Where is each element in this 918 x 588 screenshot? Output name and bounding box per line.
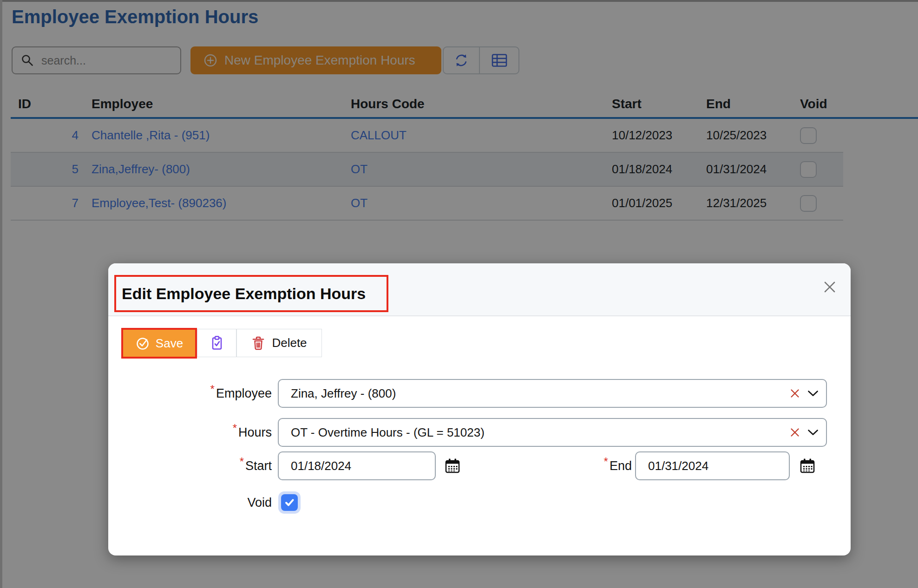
employee-field-label: * Employee [108,379,272,408]
edit-employee-exemption-hours-dialog: Edit Employee Exemption Hours Save [108,263,851,555]
chevron-down-icon[interactable] [807,429,819,436]
annotation-box-save: Save [121,328,197,359]
delete-button[interactable]: Delete [236,329,322,357]
start-date-input[interactable] [278,451,436,480]
end-field-label: * End [529,451,632,480]
hours-select[interactable]: OT - Overtime Hours - (GL = 51023) [278,418,827,447]
clipboard-check-icon [210,335,224,351]
calendar-icon[interactable] [444,457,461,475]
delete-label: Delete [272,336,307,350]
void-field-label: Void [108,491,272,514]
trash-icon [251,335,265,351]
hours-field-label: * Hours [108,418,272,447]
save-label: Save [156,336,183,351]
void-checkbox[interactable] [278,491,301,514]
required-marker: * [210,383,215,396]
checkmark-icon [283,497,295,509]
annotation-box-title: Edit Employee Exemption Hours [114,275,388,312]
required-marker: * [240,455,244,468]
dialog-title: Edit Employee Exemption Hours [116,285,366,303]
screen: Employee Exemption Hours New Employee Ex… [0,0,918,588]
hours-select-value: OT - Overtime Hours - (GL = 51023) [291,425,790,440]
calendar-icon[interactable] [799,457,816,475]
close-icon[interactable] [822,279,838,295]
clipboard-check-button[interactable] [197,329,236,357]
employee-select-value: Zina, Jeffrey - (800) [291,386,790,401]
void-checkbox-box [281,494,298,511]
save-button[interactable]: Save [123,330,195,357]
dialog-header: Edit Employee Exemption Hours [108,263,851,316]
clear-icon[interactable] [790,427,800,438]
end-date-input[interactable] [635,451,790,480]
check-circle-icon [135,336,150,351]
required-marker: * [233,422,237,435]
clear-icon[interactable] [790,388,800,399]
chevron-down-icon[interactable] [807,390,819,397]
start-field-label: * Start [108,451,272,480]
employee-select[interactable]: Zina, Jeffrey - (800) [278,379,827,408]
required-marker: * [604,455,608,468]
